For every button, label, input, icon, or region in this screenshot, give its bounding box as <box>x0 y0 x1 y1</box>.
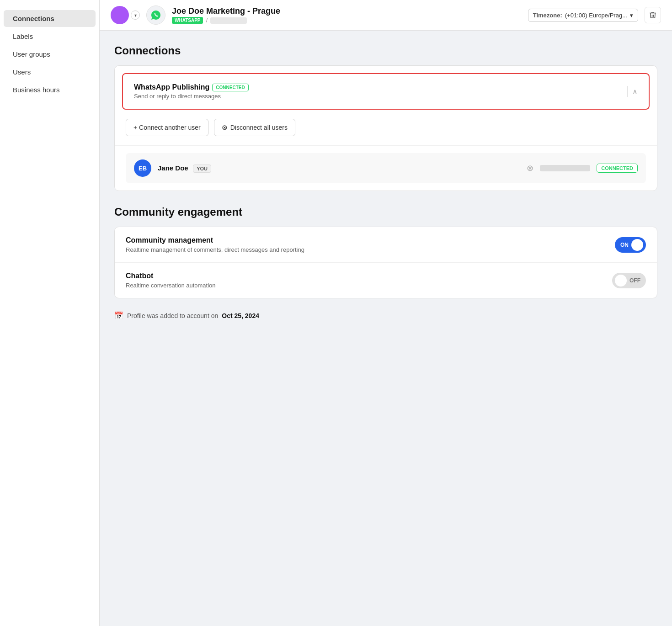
page-footer: 📅 Profile was added to account on Oct 25… <box>114 311 657 320</box>
user-avatar: EB <box>134 159 151 177</box>
sidebar: Connections Labels User groups Users Bus… <box>0 0 100 626</box>
sidebar-item-connections[interactable]: Connections <box>4 10 96 27</box>
subtitle-masked <box>210 17 247 24</box>
toggle-on-label: ON <box>620 242 629 248</box>
sidebar-item-label: Labels <box>13 32 33 40</box>
connection-chevron <box>627 86 638 97</box>
footer-text: Profile was added to account on <box>127 312 218 319</box>
user-row-area: EB Jane Doe YOU ⊗ CONNECTED <box>115 146 657 191</box>
sidebar-item-label: User groups <box>13 50 50 58</box>
community-management-desc: Realtime management of comments, direct … <box>126 246 304 253</box>
sidebar-item-label: Users <box>13 68 31 76</box>
vertical-divider <box>627 86 628 97</box>
user-name: Jane Doe <box>158 164 188 172</box>
sidebar-item-user-groups[interactable]: User groups <box>4 46 96 63</box>
connection-info: WhatsApp Publishing CONNECTED Send or re… <box>134 83 249 100</box>
community-engagement-card: Community management Realtime management… <box>114 227 657 298</box>
page-title: Joe Doe Marketing - Prague <box>172 6 522 16</box>
chatbot-toggle[interactable]: OFF <box>612 273 646 288</box>
community-management-toggle[interactable]: ON <box>615 237 646 253</box>
connection-status-badge: CONNECTED <box>212 84 248 91</box>
sidebar-item-label: Business hours <box>13 86 60 94</box>
whatsapp-badge: WHATSAPP <box>172 17 203 24</box>
chatbot-title: Chatbot <box>126 272 216 280</box>
sidebar-item-labels[interactable]: Labels <box>4 28 96 45</box>
chevron-down-icon: ▾ <box>630 12 633 19</box>
chatbot-info: Chatbot Realtime conversation automation <box>126 272 216 289</box>
header-subtitle: WHATSAPP / <box>172 17 522 24</box>
subtitle-slash: / <box>206 17 208 24</box>
connections-card: WhatsApp Publishing CONNECTED Send or re… <box>114 65 657 191</box>
toggle-circle <box>631 239 643 251</box>
connection-action-area: + Connect another user ⊗ Disconnect all … <box>115 110 657 146</box>
connection-description: Send or reply to direct messages <box>134 93 249 100</box>
main-content: ▾ Joe Doe Marketing - Prague WHATSAPP / … <box>100 0 672 626</box>
delete-button[interactable] <box>645 7 661 23</box>
sidebar-item-users[interactable]: Users <box>4 64 96 80</box>
user-row: EB Jane Doe YOU ⊗ CONNECTED <box>126 153 646 183</box>
page-header: ▾ Joe Doe Marketing - Prague WHATSAPP / … <box>100 0 672 31</box>
community-section-title: Community engagement <box>114 206 657 218</box>
user-connected-badge: CONNECTED <box>597 164 638 173</box>
community-management-title: Community management <box>126 236 304 244</box>
disconnect-all-users-button[interactable]: ⊗ Disconnect all users <box>214 119 295 136</box>
sidebar-item-business-hours[interactable]: Business hours <box>4 81 96 98</box>
disconnect-icon: ⊗ <box>222 123 228 132</box>
connect-another-user-button[interactable]: + Connect another user <box>126 119 208 136</box>
timezone-selector[interactable]: Timezone: (+01:00) Europe/Prag... ▾ <box>528 9 638 22</box>
connection-name: WhatsApp Publishing <box>134 83 209 91</box>
chevron-down-icon: ▾ <box>134 13 137 18</box>
avatar-wrapper: ▾ <box>111 6 140 24</box>
chatbot-row: Chatbot Realtime conversation automation… <box>115 263 657 298</box>
timezone-label: Timezone: <box>533 12 562 19</box>
avatar-dropdown-button[interactable]: ▾ <box>131 11 140 20</box>
toggle-off-label: OFF <box>629 277 640 284</box>
disconnect-all-users-label: Disconnect all users <box>230 124 288 131</box>
timezone-value: (+01:00) Europe/Prag... <box>565 12 627 19</box>
chatbot-desc: Realtime conversation automation <box>126 282 216 289</box>
whatsapp-publishing-row[interactable]: WhatsApp Publishing CONNECTED Send or re… <box>122 73 650 110</box>
avatar <box>111 6 129 24</box>
community-management-row: Community management Realtime management… <box>115 227 657 263</box>
whatsapp-platform-icon <box>146 5 165 25</box>
toggle-circle <box>615 275 627 286</box>
chevron-up-icon <box>632 87 638 96</box>
sidebar-item-label: Connections <box>13 15 54 22</box>
link-broken-icon: ⊗ <box>527 163 533 173</box>
connection-name-row: WhatsApp Publishing CONNECTED <box>134 83 249 91</box>
calendar-icon: 📅 <box>114 311 123 320</box>
footer-date: Oct 25, 2024 <box>222 312 259 319</box>
community-management-info: Community management Realtime management… <box>126 236 304 253</box>
page-body: Connections WhatsApp Publishing CONNECTE… <box>100 31 672 334</box>
user-info: Jane Doe YOU <box>158 164 211 172</box>
connections-section-title: Connections <box>114 44 657 57</box>
user-masked-value <box>540 165 590 171</box>
you-badge: YOU <box>193 164 211 173</box>
user-row-right: ⊗ CONNECTED <box>527 163 638 173</box>
header-title-section: Joe Doe Marketing - Prague WHATSAPP / <box>172 6 522 24</box>
